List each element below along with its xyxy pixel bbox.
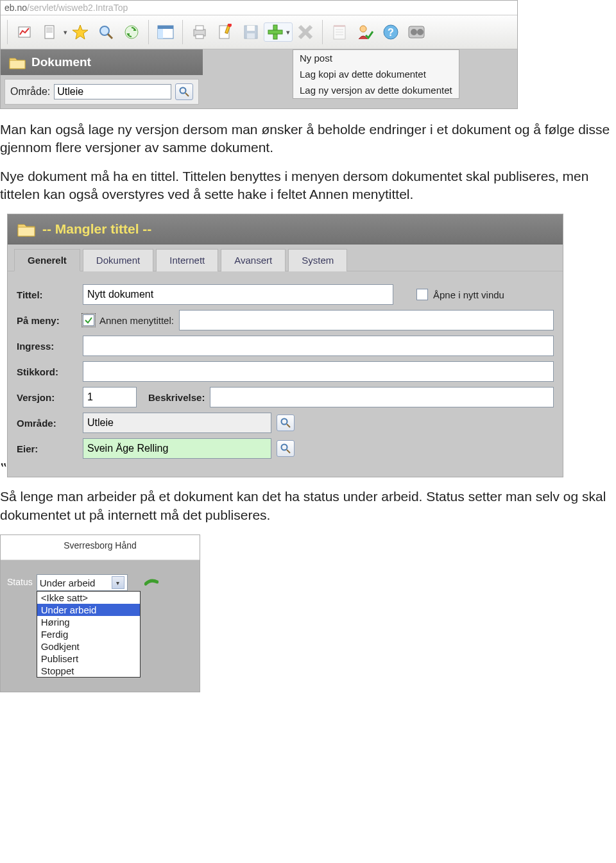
svg-text:?: ? — [388, 27, 394, 38]
folder-icon — [17, 221, 36, 237]
tab-avansert[interactable]: Avansert — [221, 249, 286, 271]
omrade-input[interactable] — [83, 413, 271, 433]
tab-generelt[interactable]: Generelt — [14, 249, 80, 271]
svg-line-7 — [108, 34, 112, 38]
magnifier-icon — [280, 443, 291, 454]
paragraph: Man kan også lage ny versjon dersom man … — [0, 121, 616, 157]
menu-item-copy-doc[interactable]: Lag kopi av dette dokumentet — [293, 66, 459, 82]
apne-checkbox[interactable] — [416, 289, 428, 300]
label-pameny: På meny: — [17, 315, 78, 326]
menu-item-new-version[interactable]: Lag ny versjon av dette dokumentet — [293, 82, 459, 98]
star-icon[interactable] — [69, 21, 92, 44]
user-check-icon[interactable] — [354, 21, 377, 44]
svg-point-30 — [360, 26, 366, 32]
status-select[interactable]: Under arbeid ▾ — [37, 574, 128, 591]
chevron-down-icon: ▾ — [112, 576, 124, 589]
svg-point-35 — [417, 29, 424, 35]
versjon-input[interactable] — [83, 387, 137, 407]
panel-title-bar: Dokument — [1, 49, 203, 75]
magnifier-icon — [280, 418, 291, 428]
omrade-row: Område: — [4, 79, 199, 105]
svg-line-39 — [287, 424, 290, 427]
separator — [182, 20, 183, 44]
save-icon[interactable] — [239, 21, 262, 44]
status-screenshot: Sverresborg Hånd Status Under arbeid ▾ <… — [0, 534, 200, 692]
omrade-label: Område: — [10, 86, 50, 98]
separator — [7, 20, 8, 44]
stikkord-input[interactable] — [83, 361, 554, 382]
tab-internett[interactable]: Internett — [156, 249, 218, 271]
window-icon[interactable] — [154, 21, 177, 44]
status-option[interactable]: Ferdig — [37, 628, 140, 640]
address-path: /servlet/wisweb2.IntraTop — [27, 3, 128, 13]
label-stikkord: Stikkord: — [17, 366, 78, 377]
form-screenshot: -- Mangler tittel -- Generelt Dokument I… — [7, 214, 563, 477]
label-ingress: Ingress: — [17, 341, 78, 352]
label-eier: Eier: — [17, 443, 78, 454]
paragraph: Nye dokument må ha en tittel. Tittelen b… — [0, 167, 616, 204]
separator — [322, 20, 323, 44]
svg-rect-22 — [268, 30, 282, 34]
arrow-icon — [144, 576, 158, 592]
status-label: Status — [7, 574, 33, 587]
panel-title: Dokument — [31, 55, 91, 69]
annen-menytittel-input[interactable] — [179, 310, 554, 330]
delete-icon[interactable] — [294, 21, 317, 44]
magnifier-icon[interactable] — [94, 21, 117, 44]
add-dropdown-menu: Ny post Lag kopi av dette dokumentet Lag… — [293, 49, 459, 99]
help-icon[interactable]: ? — [379, 21, 402, 44]
eier-lookup-button[interactable] — [277, 440, 295, 457]
status-option[interactable]: Høring — [37, 616, 140, 628]
address-host: eb.no — [4, 3, 27, 13]
status-option[interactable]: Godkjent — [37, 640, 140, 653]
svg-rect-4 — [46, 31, 53, 33]
status-option[interactable]: <Ikke satt> — [37, 592, 140, 604]
paragraph: Så lenge man arbeider på et dokument kan… — [0, 488, 616, 524]
main-toolbar: ▾ ▾ ? — [1, 15, 517, 49]
svg-marker-5 — [73, 25, 88, 39]
svg-point-36 — [180, 88, 186, 94]
add-dropdown-button[interactable]: ▾ — [264, 22, 293, 42]
omrade-input[interactable] — [54, 84, 171, 99]
magnifier-icon — [179, 87, 189, 97]
status-selected-value: Under arbeid — [40, 577, 96, 588]
label-tittel: Tittel: — [17, 289, 78, 300]
svg-line-37 — [185, 93, 189, 96]
status-option[interactable]: Stoppet — [37, 665, 140, 677]
tab-bar: Generelt Dokument Internett Avansert Sys… — [8, 244, 563, 271]
tab-dokument[interactable]: Dokument — [83, 249, 153, 271]
svg-rect-3 — [46, 30, 53, 31]
chart-icon[interactable] — [13, 21, 36, 44]
video-icon[interactable] — [405, 21, 428, 44]
chevron-down-icon: ▾ — [64, 28, 67, 37]
svg-rect-14 — [196, 35, 203, 38]
svg-rect-25 — [334, 26, 345, 39]
edit-doc-icon[interactable] — [214, 21, 237, 44]
notepad-icon[interactable] — [328, 21, 351, 44]
chevron-down-icon: ▾ — [286, 28, 290, 37]
svg-rect-19 — [247, 26, 255, 31]
status-option[interactable]: Under arbeid — [37, 604, 140, 616]
tab-system[interactable]: System — [288, 249, 347, 271]
svg-rect-11 — [158, 29, 163, 38]
status-header: Sverresborg Hånd — [1, 535, 200, 560]
ingress-input[interactable] — [83, 336, 554, 356]
label-apne: Åpne i nytt vindu — [433, 289, 504, 300]
print-icon[interactable] — [188, 21, 211, 44]
beskrivelse-input[interactable] — [210, 387, 554, 407]
svg-rect-20 — [247, 33, 255, 38]
recycle-icon[interactable] — [120, 21, 143, 44]
label-omrade: Område: — [17, 418, 78, 429]
svg-rect-13 — [196, 26, 203, 30]
tittel-input[interactable] — [83, 284, 393, 305]
omrade-search-button[interactable] — [175, 83, 193, 100]
omrade-lookup-button[interactable] — [277, 414, 295, 431]
document-dropdown-button[interactable]: ▾ — [37, 21, 67, 44]
pameny-checkbox[interactable] — [83, 314, 94, 326]
form-title: -- Mangler tittel -- — [42, 221, 151, 237]
status-options-list: <Ikke satt> Under arbeid Høring Ferdig G… — [37, 591, 141, 678]
menu-item-new-post[interactable]: Ny post — [293, 50, 459, 66]
status-option[interactable]: Publisert — [37, 653, 140, 665]
svg-rect-2 — [46, 28, 53, 29]
eier-input[interactable] — [83, 438, 271, 459]
